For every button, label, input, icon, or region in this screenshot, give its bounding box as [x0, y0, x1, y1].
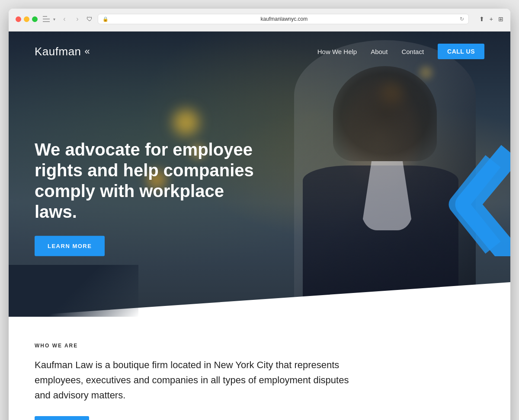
site-logo[interactable]: Kaufman «: [35, 45, 90, 58]
sidebar-toggle-icon[interactable]: [43, 16, 50, 22]
about-section: WHO WE ARE Kaufman Law is a boutique fir…: [9, 317, 510, 420]
url-text: kaufmanlawnyc.com: [111, 16, 457, 22]
forward-button[interactable]: ›: [74, 15, 81, 23]
browser-window: ▾ ‹ › 🛡 🔒 kaufmanlawnyc.com ↻ ⬆ + ⊞: [9, 9, 510, 420]
maximize-button[interactable]: [32, 16, 38, 22]
nav-link-contact[interactable]: Contact: [401, 48, 424, 55]
email-us-button[interactable]: EMAIL US: [35, 416, 89, 420]
browser-actions: ⬆ + ⊞: [479, 16, 503, 22]
reload-icon[interactable]: ↻: [460, 16, 464, 22]
call-us-button[interactable]: CALL US: [438, 44, 484, 59]
hero-dark-corner: [9, 265, 138, 317]
learn-more-button[interactable]: LEARN MORE: [35, 236, 105, 256]
website-content: Kaufman « How We Help About Contact CALL…: [9, 32, 510, 420]
shield-icon: 🛡: [86, 16, 93, 22]
nav-links: How We Help About Contact CALL US: [317, 44, 484, 59]
who-we-are-label: WHO WE ARE: [35, 343, 484, 349]
logo-chevron-icon: «: [85, 46, 90, 57]
traffic-lights: [16, 16, 38, 22]
share-icon[interactable]: ⬆: [479, 16, 484, 22]
address-bar[interactable]: 🔒 kaufmanlawnyc.com ↻: [98, 14, 469, 24]
back-button[interactable]: ‹: [61, 15, 68, 23]
chevron-down-icon: ▾: [53, 17, 55, 22]
browser-controls: ▾: [43, 16, 55, 22]
about-body-text: Kaufman Law is a boutique firm located i…: [35, 357, 355, 403]
main-navigation: Kaufman « How We Help About Contact CALL…: [9, 32, 510, 71]
lock-icon: 🔒: [103, 16, 109, 22]
close-button[interactable]: [16, 16, 21, 22]
new-tab-icon[interactable]: +: [490, 16, 493, 22]
browser-chrome: ▾ ‹ › 🛡 🔒 kaufmanlawnyc.com ↻ ⬆ + ⊞: [9, 9, 510, 32]
nav-link-how-we-help[interactable]: How We Help: [317, 48, 357, 55]
blue-chevron-decoration: [415, 118, 510, 256]
hero-section: Kaufman « How We Help About Contact CALL…: [9, 32, 510, 317]
hero-headline: We advocate for employee rights and help…: [35, 139, 260, 222]
logo-text: Kaufman: [35, 45, 81, 58]
grid-icon[interactable]: ⊞: [498, 16, 503, 22]
hero-text-block: We advocate for employee rights and help…: [35, 139, 260, 256]
nav-link-about[interactable]: About: [371, 48, 388, 55]
bokeh-light-1: [173, 109, 199, 135]
minimize-button[interactable]: [24, 16, 29, 22]
